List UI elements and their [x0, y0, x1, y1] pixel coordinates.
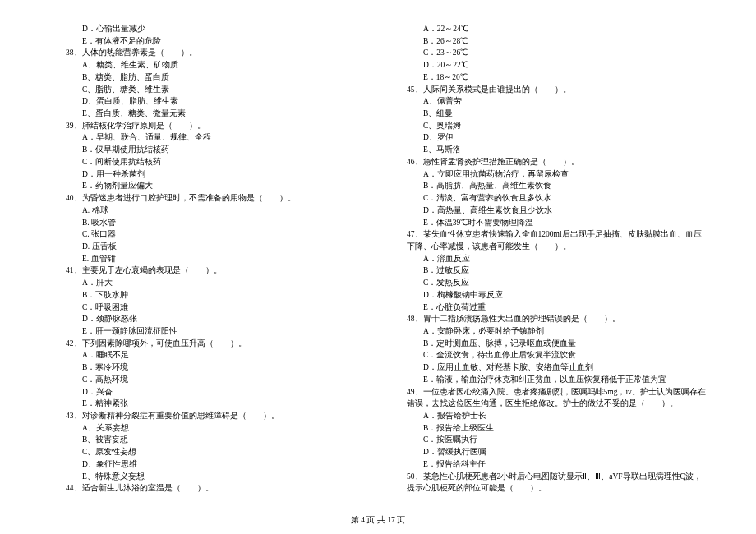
option-line: B．过敏反应	[390, 265, 707, 277]
option-line: E．心脏负荷过重	[390, 302, 707, 314]
question-line: 45、人际间关系模式是由谁提出的（ ）。	[390, 84, 707, 96]
option-line: A、关系妄想	[49, 422, 366, 435]
option-line: C．23～26℃	[390, 47, 707, 59]
option-line: B、被害妄想	[49, 434, 366, 446]
option-line: D．兴奋	[49, 386, 366, 398]
option-line: A、糖类、维生素、矿物质	[49, 59, 366, 71]
option-line: B．寒冷环境	[49, 361, 366, 374]
option-line: A．立即应用抗菌药物治疗，再留尿检查	[390, 168, 707, 181]
option-line: E．精神紧张	[49, 398, 366, 410]
option-line: C．清淡、富有营养的饮食且多饮水	[390, 192, 707, 205]
option-line: D．心输出量减少	[49, 23, 366, 35]
question-line: 38、人体的热能营养素是（ ）。	[49, 47, 366, 59]
page-footer: 第 4 页 共 17 页	[0, 515, 756, 526]
option-line: D、蛋白质、脂肪、维生素	[49, 95, 366, 108]
option-line: D．20～22℃	[390, 59, 707, 71]
option-line: B．仅早期使用抗结核药	[49, 144, 366, 156]
option-line: A、佩普劳	[390, 95, 707, 108]
option-line: D、罗伊	[390, 131, 707, 144]
option-line: D．用一种杀菌剂	[49, 168, 366, 181]
option-line: A．报告给护士长	[390, 410, 707, 422]
option-line: A．22～24℃	[390, 23, 707, 35]
option-line: B．报告给上级医生	[390, 422, 707, 435]
option-line: E．输液，输血治疗休克和纠正贫血，以血压恢复稍低于正常值为宜	[390, 374, 707, 386]
option-line: B．高脂肪、高热量、高维生素饮食	[390, 180, 707, 192]
option-line: E. 血管钳	[49, 253, 366, 265]
question-line: 48、胃十二指肠溃疡急性大出血的护理错误的是（ ）。	[390, 313, 707, 325]
option-line: A．早期、联合、适量、规律、全程	[49, 131, 366, 144]
question-line: 47、某失血性休克患者快速输入全血1200ml后出现手足抽搐、皮肤黏膜出血、血压…	[390, 228, 707, 252]
option-line: A．睡眠不足	[49, 349, 366, 361]
question-line: 50、某急性心肌梗死患者2小时后心电图随访显示Ⅱ、Ⅲ、aVF导联出现病理性Q波，…	[390, 471, 707, 495]
content-columns: D．心输出量减少E．有体液不足的危险38、人体的热能营养素是（ ）。A、糖类、维…	[49, 23, 707, 495]
option-line: D. 压舌板	[49, 241, 366, 253]
question-line: 44、适合新生儿沐浴的室温是（ ）。	[49, 482, 366, 495]
option-line: E．18～20℃	[390, 71, 707, 84]
option-line: B. 吸水管	[49, 217, 366, 229]
right-column: A．22～24℃B．26～28℃C．23～26℃D．20～22℃E．18～20℃…	[390, 23, 707, 495]
option-line: E．肝一颈静脉回流征阳性	[49, 325, 366, 338]
option-line: B．26～28℃	[390, 35, 707, 48]
option-line: E、蛋白质、糖类、微量元素	[49, 108, 366, 120]
question-line: 46、急性肾盂肾炎护理措施正确的是（ ）。	[390, 156, 707, 168]
option-line: A．溶血反应	[390, 253, 707, 265]
option-line: C．发热反应	[390, 277, 707, 289]
question-line: 49、一位患者因心绞痛入院。患者疼痛剧烈，医嘱吗啡5mg，iv。护士认为医嘱存在…	[390, 386, 707, 410]
option-line: B．下肢水肿	[49, 289, 366, 302]
left-column: D．心输出量减少E．有体液不足的危险38、人体的热能营养素是（ ）。A、糖类、维…	[49, 23, 366, 495]
question-line: 42、下列因素除哪项外，可使血压升高（ ）。	[49, 338, 366, 350]
option-line: C．呼吸困难	[49, 302, 366, 314]
option-line: A．肝大	[49, 277, 366, 289]
option-line: E、马斯洛	[390, 144, 707, 156]
option-line: D．颈静脉怒张	[49, 313, 366, 325]
option-line: C. 张口器	[49, 228, 366, 241]
question-line: 43、对诊断精神分裂症有重要价值的思维障碍是（ ）。	[49, 410, 366, 422]
option-line: E．报告给科主任	[390, 458, 707, 471]
option-line: B、糖类、脂肪、蛋白质	[49, 71, 366, 84]
option-line: B．定时测血压、脉搏，记录呕血或便血量	[390, 338, 707, 350]
option-line: A. 棉球	[49, 205, 366, 217]
option-line: A．安静卧床，必要时给予镇静剂	[390, 325, 707, 338]
option-line: C．全流饮食，待出血停止后恢复半流饮食	[390, 349, 707, 361]
question-line: 40、为昏迷患者进行口腔护理时，不需准备的用物是（ ）。	[49, 192, 366, 205]
question-line: 41、主要见于左心衰竭的表现是（ ）。	[49, 265, 366, 277]
option-line: D、象征性思维	[49, 458, 366, 471]
option-line: E．体温39℃时不需要物理降温	[390, 217, 707, 229]
option-line: D．暂缓执行医嘱	[390, 446, 707, 458]
option-line: C、奥瑞姆	[390, 120, 707, 132]
option-line: B、纽曼	[390, 108, 707, 120]
option-line: D．枸橼酸钠中毒反应	[390, 289, 707, 302]
option-line: E．药物剂量应偏大	[49, 180, 366, 192]
option-line: C．按医嘱执行	[390, 434, 707, 446]
option-line: E、特殊意义妄想	[49, 471, 366, 483]
option-line: D．应用止血敏、对羟基卡胺、安络血等止血剂	[390, 361, 707, 374]
option-line: D．高热量、高维生素饮食且少饮水	[390, 205, 707, 217]
option-line: C．高热环境	[49, 374, 366, 386]
option-line: C、原发性妄想	[49, 446, 366, 458]
question-line: 39、肺结核化学治疗原则是（ ）。	[49, 120, 366, 132]
option-line: C、脂肪、糖类、维生素	[49, 84, 366, 96]
option-line: E．有体液不足的危险	[49, 35, 366, 48]
option-line: C．间断使用抗结核药	[49, 156, 366, 168]
